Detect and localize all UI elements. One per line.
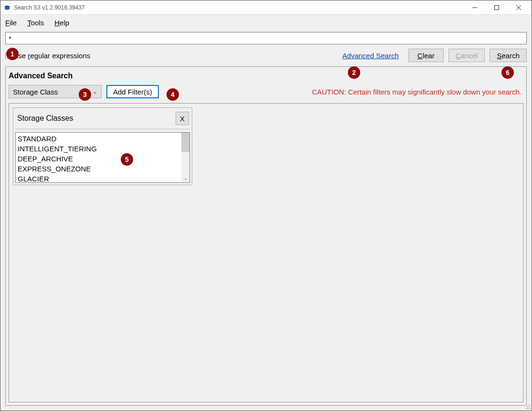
scroll-down-icon[interactable]: ⌄ — [181, 174, 189, 182]
options-row: use regular expressions Advanced Search … — [0, 44, 532, 66]
search-row — [0, 30, 532, 44]
advanced-search-panel: Advanced Search Storage Class ⌄ Add Filt… — [5, 66, 527, 406]
search-button[interactable]: Search — [490, 49, 527, 62]
cancel-button[interactable]: Cancel — [449, 49, 485, 62]
menu-bar: File Tools Help — [0, 15, 532, 30]
resize-grip-icon[interactable] — [524, 403, 531, 410]
filters-container: Storage Classes X STANDARD INTELLIGENT_T… — [9, 103, 523, 402]
list-item[interactable]: INTELLIGENT_TIERING — [18, 144, 188, 154]
list-item[interactable]: EXPRESS_ONEZONE — [18, 164, 188, 174]
menu-tools[interactable]: Tools — [27, 19, 44, 27]
svg-point-6 — [529, 406, 530, 407]
storage-class-listbox[interactable]: STANDARD INTELLIGENT_TIERING DEEP_ARCHIV… — [15, 132, 190, 183]
list-item[interactable]: GLACIER — [18, 174, 188, 183]
add-filter-button[interactable]: Add Filter(s) — [106, 85, 159, 98]
svg-point-9 — [529, 408, 530, 409]
filter-card-close-button[interactable]: X — [176, 112, 189, 125]
scrollbar[interactable]: ⌄ — [181, 133, 189, 182]
svg-rect-1 — [495, 5, 499, 10]
minimize-button[interactable] — [464, 0, 486, 15]
svg-point-4 — [529, 404, 530, 405]
filter-type-select[interactable]: Storage Class ⌄ — [9, 85, 102, 98]
app-icon — [3, 4, 11, 11]
title-bar: Search S3 v1.2.9016.39437 — [0, 0, 532, 15]
filter-card-title: Storage Classes — [17, 114, 73, 123]
svg-point-5 — [527, 406, 528, 407]
chevron-down-icon: ⌄ — [93, 88, 97, 95]
filter-type-value: Storage Class — [13, 88, 58, 96]
caution-text: CAUTION: Certain filters may significant… — [312, 88, 523, 96]
list-item[interactable]: STANDARD — [18, 134, 188, 144]
search-input[interactable] — [5, 32, 527, 44]
window-title: Search S3 v1.2.9016.39437 — [14, 4, 85, 11]
advanced-search-title: Advanced Search — [6, 67, 526, 85]
list-item[interactable]: DEEP_ARCHIVE — [18, 154, 188, 164]
regex-checkbox[interactable] — [5, 53, 11, 59]
close-button[interactable] — [508, 0, 530, 15]
divider — [15, 129, 190, 129]
svg-point-7 — [525, 408, 526, 409]
scroll-thumb[interactable] — [181, 133, 189, 152]
advanced-search-link[interactable]: Advanced Search — [342, 52, 398, 60]
maximize-button[interactable] — [486, 0, 508, 15]
svg-point-8 — [527, 408, 528, 409]
advanced-controls-row: Storage Class ⌄ Add Filter(s) CAUTION: C… — [6, 85, 526, 103]
app-window: Search S3 v1.2.9016.39437 File Tools Hel… — [0, 0, 532, 411]
menu-help[interactable]: Help — [54, 19, 69, 27]
storage-classes-filter-card: Storage Classes X STANDARD INTELLIGENT_T… — [13, 107, 192, 185]
clear-button[interactable]: Clear — [408, 49, 444, 62]
regex-checkbox-label[interactable]: use regular expressions — [5, 52, 90, 60]
menu-file[interactable]: File — [5, 19, 17, 27]
